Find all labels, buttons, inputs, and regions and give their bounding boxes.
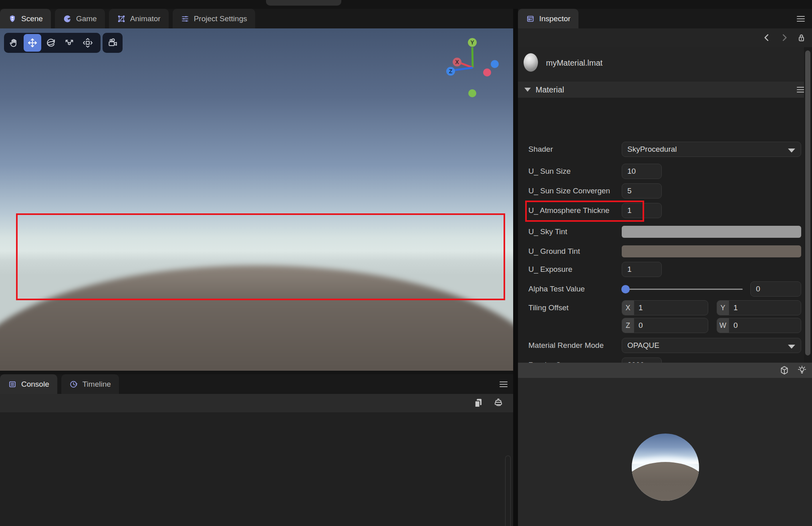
tab-game[interactable]: Game: [55, 9, 105, 28]
prop-label: U_ Sun Size: [528, 164, 620, 179]
alpha-test-slider-knob[interactable]: [621, 285, 630, 293]
material-preview-sphere: [632, 434, 699, 501]
prop-row-render-mode: Material Render Mode OPAQUE: [518, 338, 812, 353]
orientation-gizmo[interactable]: Y X Z: [439, 34, 507, 102]
move-tool-button[interactable]: [24, 34, 41, 52]
shader-dropdown[interactable]: SkyProcedural: [622, 142, 801, 157]
scale-tool-button[interactable]: [60, 34, 78, 52]
material-section-header[interactable]: Material: [518, 82, 812, 98]
foldout-caret-icon[interactable]: [524, 88, 531, 92]
tab-project-settings-label: Project Settings: [194, 14, 247, 23]
sky-tint-swatch[interactable]: [622, 226, 801, 238]
vec-tag-z: Z: [622, 318, 634, 333]
console-log-area[interactable]: [0, 412, 513, 526]
tab-scene[interactable]: Scene: [0, 9, 51, 28]
top-drag-handle: [266, 0, 341, 6]
move-icon: [27, 37, 38, 48]
material-preview-area[interactable]: [518, 378, 812, 526]
top-strip: [0, 0, 812, 9]
gizmo-axis-z: [455, 68, 473, 70]
hand-icon: [8, 37, 20, 48]
console-toolbar: [0, 394, 513, 412]
inspector-panel-menu-icon[interactable]: [797, 16, 805, 22]
console-panel-menu-icon[interactable]: [500, 381, 508, 387]
alpha-test-field[interactable]: 0: [750, 281, 801, 297]
prop-label: U_ Exposure: [528, 262, 620, 277]
tiling-offset-y-group: Y 1: [717, 300, 801, 315]
rotate-icon: [45, 37, 56, 48]
tab-animator-label: Animator: [130, 14, 161, 23]
gizmo-ball-neg-x: [483, 68, 491, 76]
vec-tag-w: W: [717, 318, 729, 333]
inspector-scrollbar-thumb[interactable]: [805, 50, 810, 355]
material-menu-icon[interactable]: [797, 87, 805, 92]
prop-row-tiling-offset: Tiling Offset X 1 Y 1: [518, 300, 812, 315]
tab-game-label: Game: [76, 14, 97, 23]
panel-divider[interactable]: [513, 9, 518, 526]
tiling-offset-w-field[interactable]: 0: [729, 318, 801, 333]
tiling-offset-x-group: X 1: [622, 300, 708, 315]
inspector-scrollbar-track[interactable]: [804, 47, 812, 363]
prop-row-exposure: U_ Exposure 1: [518, 262, 812, 277]
prop-label: U_ Ground Tint: [528, 244, 620, 259]
prop-row-tiling-offset-zw: Z 0 W 0: [518, 318, 812, 333]
section-title: Material: [536, 85, 564, 94]
tab-timeline[interactable]: Timeline: [61, 374, 119, 394]
sun-size-convergence-field[interactable]: 5: [622, 183, 662, 199]
copy-log-icon[interactable]: [472, 397, 484, 409]
clear-console-icon[interactable]: [492, 397, 504, 409]
material-thumbnail[interactable]: [524, 53, 538, 72]
scene-tabbar: Scene Game Anima: [0, 9, 513, 28]
sun-size-field[interactable]: 10: [622, 164, 662, 179]
animator-icon: [117, 14, 126, 23]
dropdown-value: OPAQUE: [627, 341, 659, 349]
preview-sphere-ground: [632, 462, 699, 501]
lock-icon[interactable]: [796, 32, 807, 43]
rotate-tool-button[interactable]: [42, 34, 60, 52]
preview-light-icon[interactable]: [797, 365, 807, 375]
gizmo-ball-y: Y: [468, 38, 477, 47]
tab-console-label: Console: [21, 380, 49, 389]
rect-gizmo-tool-button[interactable]: [79, 34, 97, 52]
camera-tool-button[interactable]: [103, 33, 123, 53]
history-forward-icon[interactable]: [779, 32, 790, 43]
prop-label: U_ Sky Tint: [528, 224, 620, 239]
scene-annotation-rect: [16, 213, 505, 300]
asset-header: myMaterial.lmat: [518, 47, 812, 82]
tab-project-settings[interactable]: Project Settings: [173, 9, 255, 28]
exposure-field[interactable]: 1: [622, 262, 662, 277]
inspector-icon: [526, 14, 535, 23]
prop-row-sun-size: U_ Sun Size 10: [518, 164, 812, 179]
tab-inspector[interactable]: Inspector: [518, 9, 578, 28]
render-mode-dropdown[interactable]: OPAQUE: [622, 338, 801, 353]
tiling-offset-y-field[interactable]: 1: [729, 300, 801, 315]
console-scrollbar[interactable]: [505, 456, 511, 526]
tab-animator[interactable]: Animator: [109, 9, 169, 28]
prop-label: Alpha Test Value: [528, 281, 620, 297]
inspector-annotation-rect: [525, 201, 644, 222]
tiling-offset-z-field[interactable]: 0: [634, 318, 708, 333]
console-panel: Console Timeline: [0, 374, 513, 526]
alpha-test-slider-track[interactable]: [624, 289, 743, 290]
prop-row-sky-tint: U_ Sky Tint: [518, 224, 812, 239]
tiling-offset-x-field[interactable]: 1: [634, 300, 708, 315]
tab-scene-label: Scene: [21, 14, 43, 23]
inspector-nav-row: [518, 28, 812, 47]
ground-tint-swatch[interactable]: [622, 245, 801, 257]
project-settings-icon: [181, 14, 189, 23]
inspector-panel: Inspector myMaterial: [518, 9, 812, 526]
gizmo-ball-neg-z: [491, 60, 499, 68]
preview-mesh-icon[interactable]: [779, 365, 790, 375]
vec-tag-x: X: [622, 300, 634, 315]
hand-tool-button[interactable]: [5, 34, 23, 52]
scene-viewport[interactable]: Y X Z: [0, 28, 513, 371]
gizmo-ball-x: X: [453, 58, 461, 66]
tab-console[interactable]: Console: [0, 374, 57, 394]
tiling-offset-w-group: W 0: [717, 318, 801, 333]
prop-label: Material Render Mode: [528, 338, 620, 353]
svg-text:Y: Y: [470, 39, 474, 46]
history-back-icon[interactable]: [762, 32, 772, 43]
chevron-down-icon: [788, 345, 795, 349]
gizmo-ball-neg-y: [468, 89, 476, 97]
chevron-down-icon: [788, 149, 795, 153]
